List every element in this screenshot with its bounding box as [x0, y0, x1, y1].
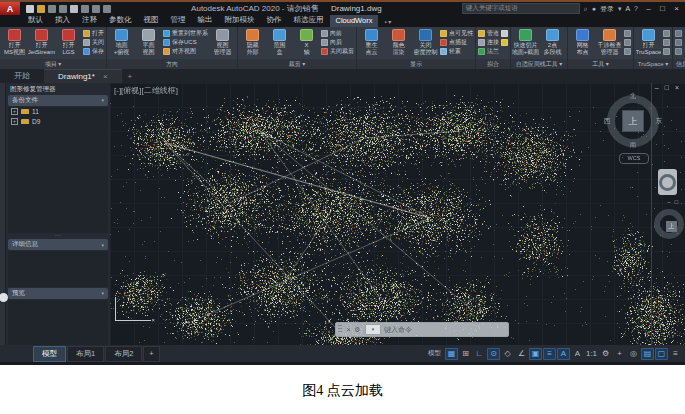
ribbon-tab-精选应用[interactable]: 精选应用 [288, 14, 330, 27]
doc-restore-icon[interactable]: □ [665, 84, 671, 91]
doc-minimize-icon[interactable]: ‒ [655, 84, 661, 91]
grid-points-button[interactable]: 网格布点 [570, 28, 595, 55]
preview-header[interactable]: 预览 ▾ [8, 288, 108, 299]
ribbon-panel-label-信息[interactable]: 信息 ▾ [673, 59, 685, 69]
redo-icon[interactable] [92, 5, 100, 13]
backup-files-header[interactable]: 备份文件 ▾ [8, 95, 108, 106]
wcs-dropdown[interactable]: WCS [619, 153, 649, 164]
pipe-fit-button[interactable]: 管道 [478, 29, 499, 37]
share-button[interactable]: A [625, 5, 630, 12]
compass-east-label[interactable]: 东 [656, 117, 663, 126]
doc-close-icon[interactable]: × [675, 84, 681, 91]
navigation-wheel-button[interactable] [658, 169, 677, 195]
undo-icon[interactable] [81, 5, 89, 13]
ortho-icon[interactable]: ∟ [473, 348, 486, 360]
two-point-polyline-button[interactable]: 2点多段线 [540, 28, 565, 55]
command-input[interactable]: 键入命令 [384, 325, 412, 335]
ribbon-tab-附加模块[interactable]: 附加模块 [219, 14, 261, 27]
sign-in-button[interactable]: 登录 [600, 4, 614, 14]
recent-commands-icon[interactable]: ▾ [365, 324, 381, 335]
secondary-viewcube[interactable]: 上 [654, 209, 684, 239]
quick-slice-button[interactable]: 快速切片地面+截面 [513, 28, 538, 55]
expand-icon[interactable]: + [11, 118, 18, 125]
ribbon-panel-label-显示[interactable]: 显示 [357, 59, 475, 69]
view-manager-button[interactable]: 视图管理器 [210, 28, 235, 55]
align-view-button[interactable]: 对齐视图 [163, 47, 208, 55]
reset-wcs-button[interactable]: 重置到世界系 [163, 29, 208, 37]
clash-manager-button[interactable]: 干涉检查管理器 [597, 28, 622, 55]
search-input[interactable]: 键入关键字或短语 [462, 3, 580, 14]
viewcube[interactable]: 上 北 南 西 东 [607, 95, 659, 147]
ribbon-panel-label-拟合[interactable]: 拟合 [476, 59, 510, 69]
info-2-button[interactable] [675, 38, 682, 46]
fog-button[interactable]: 轻素 [440, 47, 473, 55]
person-icon[interactable]: ● [592, 5, 596, 12]
command-line-grip[interactable] [338, 325, 342, 334]
mini-restore-icon[interactable]: □ [674, 199, 679, 205]
hide-outside-button[interactable]: 隐藏外部 [240, 28, 265, 55]
expand-icon[interactable]: + [11, 108, 18, 115]
compass-west-label[interactable]: 西 [604, 117, 611, 126]
ribbon-tab-插入[interactable]: 插入 [49, 14, 76, 27]
new-file-tab-button[interactable]: + [122, 70, 139, 83]
close-button[interactable]: × [670, 4, 683, 13]
ribbon-tab-注释[interactable]: 注释 [76, 14, 103, 27]
ribbon-collapse-icon[interactable]: ▪ ▾ [384, 18, 391, 27]
fence-box-button[interactable]: 范围盒 [267, 28, 292, 55]
truspace-extra-3-button[interactable] [663, 47, 670, 55]
ground-top-view-button[interactable]: 地面+俯视 [109, 28, 134, 55]
info-3-button[interactable] [675, 47, 682, 55]
backup-file-item[interactable]: +11 [8, 107, 108, 117]
panel-splitter[interactable]: ···· [6, 233, 110, 238]
osnap-2d-icon[interactable]: ▣ [529, 348, 542, 360]
layout-tab-模型[interactable]: 模型 [33, 346, 66, 362]
file-tab-drawing1[interactable]: Drawing1* × [44, 69, 122, 83]
density-control-button[interactable]: 关闭密度控制 [413, 28, 438, 55]
info-1-button[interactable] [675, 29, 682, 37]
tool-extra-2-button[interactable] [624, 38, 631, 46]
app-store-cart-icon[interactable]: ▾ [618, 5, 622, 13]
open-jetstream-button[interactable]: 打开JetStream [29, 28, 54, 55]
truspace-extra-1-button[interactable] [663, 29, 670, 37]
file-tab-start[interactable]: 开始 [0, 68, 44, 83]
ribbon-tab-管理[interactable]: 管理 [165, 14, 192, 27]
mini-minimize-icon[interactable]: ‒ [667, 199, 671, 205]
clip-back-button[interactable]: 向后 [321, 38, 354, 46]
tool-extra-3-button[interactable] [624, 47, 631, 55]
model-space-button[interactable]: 模型 [428, 349, 441, 358]
workspace-gear-icon[interactable]: ⚙ [599, 348, 612, 360]
polar-tracking-icon[interactable]: ⊙ [487, 348, 500, 360]
tee-fit-button[interactable] [501, 29, 508, 37]
clip-off-button[interactable]: 关闭裁剪 [321, 47, 354, 55]
truspace-extra-2-button[interactable] [663, 38, 670, 46]
drawing-viewport[interactable]: [-][俯视][二维线框] ‒ □ × 上 北 南 西 东 WCS ‒ □ [110, 83, 685, 345]
ribbon-tab-默认[interactable]: 默认 [22, 14, 49, 27]
isolate-objects-icon[interactable]: ◎ [627, 348, 640, 360]
annotation-visibility-icon[interactable]: A [557, 348, 570, 360]
open-truspace-button[interactable]: 打开TruSpace [636, 28, 661, 55]
save-as-icon[interactable] [59, 5, 67, 13]
viewcube-top-face[interactable]: 上 [623, 111, 643, 131]
customize-icon[interactable]: ≡ [669, 348, 682, 360]
snap-mode-icon[interactable]: ⊞ [459, 348, 472, 360]
backup-file-item[interactable]: +D9 [8, 117, 108, 127]
point-snap-button[interactable]: 点捕捉 [440, 38, 473, 46]
flange-fit-button[interactable]: 法兰 [478, 47, 499, 55]
osnap-tracking-icon[interactable]: ∠ [515, 348, 528, 360]
render-colors-button[interactable]: 颜色渲染 [386, 28, 411, 55]
qat-customize-icon[interactable] [103, 5, 111, 13]
file-tab-close-icon[interactable]: × [103, 72, 108, 81]
clip-forward-button[interactable]: 向前 [321, 29, 354, 37]
save-icon[interactable] [48, 5, 56, 13]
autoscale-icon[interactable]: A [571, 348, 584, 360]
tool-extra-1-button[interactable] [624, 29, 631, 37]
ribbon-tab-视图[interactable]: 视图 [138, 14, 165, 27]
open-file-icon[interactable] [37, 5, 45, 13]
ribbon-panel-label-工具[interactable]: 工具 ▾ [568, 59, 633, 69]
regen-pointcloud-button[interactable]: 重生点云 [359, 28, 384, 55]
isodraft-icon[interactable]: ◇ [501, 348, 514, 360]
layout-tab-布局1[interactable]: 布局1 [67, 346, 104, 362]
crosshair-icon[interactable]: + [613, 348, 626, 360]
grid-icon[interactable]: ▦ [445, 348, 458, 360]
ribbon-tab-协作[interactable]: 协作 [261, 14, 288, 27]
